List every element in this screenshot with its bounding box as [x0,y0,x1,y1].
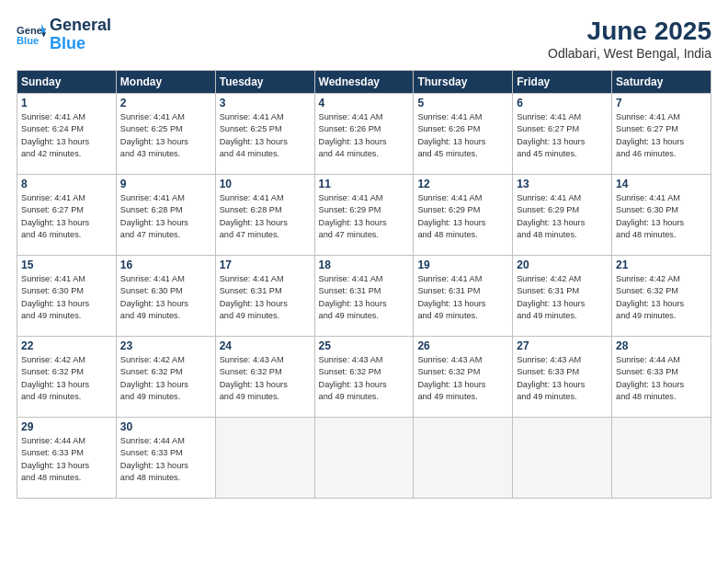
page-container: General Blue General Blue June 2025 Odla… [0,0,728,563]
col-tuesday: Tuesday [215,71,314,94]
day-info: Sunrise: 4:42 AMSunset: 6:32 PMDaylight:… [21,354,112,403]
day-number: 13 [517,178,608,190]
day-info: Sunrise: 4:41 AMSunset: 6:26 PMDaylight:… [319,111,410,160]
col-saturday: Saturday [612,71,711,94]
day-number: 3 [220,97,311,109]
calendar-cell: 8Sunrise: 4:41 AMSunset: 6:27 PMDaylight… [17,175,117,256]
day-number: 30 [120,420,211,433]
day-number: 24 [220,339,311,352]
day-info: Sunrise: 4:41 AMSunset: 6:26 PMDaylight:… [417,111,508,160]
location: Odlabari, West Bengal, India [548,46,711,61]
day-number: 9 [120,178,211,190]
day-number: 22 [21,339,112,352]
calendar-cell: 6Sunrise: 4:41 AMSunset: 6:27 PMDaylight… [513,94,612,175]
day-info: Sunrise: 4:43 AMSunset: 6:33 PMDaylight:… [517,354,608,403]
day-number: 19 [417,259,508,271]
calendar-cell: 5Sunrise: 4:41 AMSunset: 6:26 PMDaylight… [414,94,513,175]
logo-icon: General Blue [17,22,46,48]
col-thursday: Thursday [414,71,513,94]
day-number: 6 [517,97,608,109]
calendar-cell: 27Sunrise: 4:43 AMSunset: 6:33 PMDayligh… [513,337,612,418]
calendar-cell: 1Sunrise: 4:41 AMSunset: 6:24 PMDaylight… [17,94,117,175]
calendar-cell: 14Sunrise: 4:41 AMSunset: 6:30 PMDayligh… [612,175,711,256]
day-number: 28 [616,339,707,352]
day-number: 12 [417,178,508,190]
col-wednesday: Wednesday [314,71,414,94]
day-number: 25 [319,339,410,352]
day-info: Sunrise: 4:41 AMSunset: 6:27 PMDaylight:… [21,192,112,241]
calendar-cell: 16Sunrise: 4:41 AMSunset: 6:30 PMDayligh… [116,256,215,337]
day-info: Sunrise: 4:41 AMSunset: 6:31 PMDaylight:… [417,273,508,322]
calendar-cell: 7Sunrise: 4:41 AMSunset: 6:27 PMDaylight… [612,94,711,175]
day-number: 23 [120,339,211,352]
day-info: Sunrise: 4:41 AMSunset: 6:27 PMDaylight:… [616,111,707,160]
calendar-cell [513,418,612,499]
day-info: Sunrise: 4:41 AMSunset: 6:30 PMDaylight:… [21,273,112,322]
day-info: Sunrise: 4:41 AMSunset: 6:27 PMDaylight:… [517,111,608,160]
day-number: 21 [616,259,707,271]
calendar-cell: 11Sunrise: 4:41 AMSunset: 6:29 PMDayligh… [314,175,414,256]
calendar-cell: 17Sunrise: 4:41 AMSunset: 6:31 PMDayligh… [215,256,314,337]
day-number: 8 [21,178,112,190]
day-number: 14 [616,178,707,190]
day-info: Sunrise: 4:41 AMSunset: 6:30 PMDaylight:… [120,273,211,322]
day-info: Sunrise: 4:41 AMSunset: 6:31 PMDaylight:… [220,273,311,322]
day-number: 26 [417,339,508,352]
day-number: 7 [616,97,707,109]
calendar-cell: 24Sunrise: 4:43 AMSunset: 6:32 PMDayligh… [215,337,314,418]
col-friday: Friday [513,71,612,94]
day-info: Sunrise: 4:44 AMSunset: 6:33 PMDaylight:… [21,435,112,484]
day-number: 29 [21,420,112,433]
month-year: June 2025 [548,17,711,46]
day-number: 20 [517,259,608,271]
day-info: Sunrise: 4:41 AMSunset: 6:28 PMDaylight:… [120,192,211,241]
title-block: June 2025 Odlabari, West Bengal, India [548,17,711,61]
calendar-cell: 29Sunrise: 4:44 AMSunset: 6:33 PMDayligh… [17,418,117,499]
calendar-cell [414,418,513,499]
logo: General Blue General Blue [17,17,111,53]
day-info: Sunrise: 4:44 AMSunset: 6:33 PMDaylight:… [120,435,211,484]
day-number: 27 [517,339,608,352]
day-number: 5 [417,97,508,109]
day-info: Sunrise: 4:41 AMSunset: 6:30 PMDaylight:… [616,192,707,241]
day-number: 11 [319,178,410,190]
calendar-cell: 30Sunrise: 4:44 AMSunset: 6:33 PMDayligh… [116,418,215,499]
svg-text:Blue: Blue [17,35,39,46]
logo-text: General Blue [50,17,111,53]
day-info: Sunrise: 4:42 AMSunset: 6:31 PMDaylight:… [517,273,608,322]
day-info: Sunrise: 4:43 AMSunset: 6:32 PMDaylight:… [319,354,410,403]
day-number: 17 [220,259,311,271]
day-info: Sunrise: 4:43 AMSunset: 6:32 PMDaylight:… [417,354,508,403]
day-number: 15 [21,259,112,271]
day-info: Sunrise: 4:41 AMSunset: 6:29 PMDaylight:… [517,192,608,241]
calendar-cell: 26Sunrise: 4:43 AMSunset: 6:32 PMDayligh… [414,337,513,418]
calendar-cell: 25Sunrise: 4:43 AMSunset: 6:32 PMDayligh… [314,337,414,418]
calendar-week-row: 8Sunrise: 4:41 AMSunset: 6:27 PMDaylight… [17,175,711,256]
calendar-cell: 9Sunrise: 4:41 AMSunset: 6:28 PMDaylight… [116,175,215,256]
calendar-cell: 21Sunrise: 4:42 AMSunset: 6:32 PMDayligh… [612,256,711,337]
calendar-cell: 18Sunrise: 4:41 AMSunset: 6:31 PMDayligh… [314,256,414,337]
day-info: Sunrise: 4:41 AMSunset: 6:29 PMDaylight:… [417,192,508,241]
day-info: Sunrise: 4:42 AMSunset: 6:32 PMDaylight:… [120,354,211,403]
calendar-cell: 10Sunrise: 4:41 AMSunset: 6:28 PMDayligh… [215,175,314,256]
col-sunday: Sunday [17,71,117,94]
day-info: Sunrise: 4:41 AMSunset: 6:31 PMDaylight:… [319,273,410,322]
calendar-cell: 28Sunrise: 4:44 AMSunset: 6:33 PMDayligh… [612,337,711,418]
day-number: 18 [319,259,410,271]
day-info: Sunrise: 4:41 AMSunset: 6:25 PMDaylight:… [220,111,311,160]
calendar-cell: 22Sunrise: 4:42 AMSunset: 6:32 PMDayligh… [17,337,117,418]
calendar-cell: 12Sunrise: 4:41 AMSunset: 6:29 PMDayligh… [414,175,513,256]
calendar-table: Sunday Monday Tuesday Wednesday Thursday… [17,70,711,499]
day-info: Sunrise: 4:41 AMSunset: 6:28 PMDaylight:… [220,192,311,241]
calendar-cell: 19Sunrise: 4:41 AMSunset: 6:31 PMDayligh… [414,256,513,337]
calendar-cell [215,418,314,499]
col-monday: Monday [116,71,215,94]
calendar-cell: 4Sunrise: 4:41 AMSunset: 6:26 PMDaylight… [314,94,414,175]
calendar-week-row: 1Sunrise: 4:41 AMSunset: 6:24 PMDaylight… [17,94,711,175]
day-number: 4 [319,97,410,109]
calendar-cell: 3Sunrise: 4:41 AMSunset: 6:25 PMDaylight… [215,94,314,175]
calendar-week-row: 22Sunrise: 4:42 AMSunset: 6:32 PMDayligh… [17,337,711,418]
calendar-week-row: 29Sunrise: 4:44 AMSunset: 6:33 PMDayligh… [17,418,711,499]
calendar-cell: 13Sunrise: 4:41 AMSunset: 6:29 PMDayligh… [513,175,612,256]
calendar-cell: 2Sunrise: 4:41 AMSunset: 6:25 PMDaylight… [116,94,215,175]
